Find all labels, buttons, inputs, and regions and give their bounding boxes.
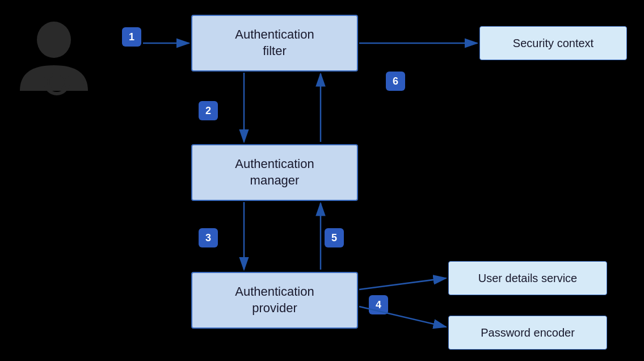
step5-badge: 5 — [325, 228, 344, 247]
svg-point-2 — [49, 75, 64, 90]
step2-badge: 2 — [199, 101, 218, 120]
user-details-service-label: User details service — [478, 272, 578, 285]
diagram-container: Authentication filter Authentication man… — [0, 0, 644, 361]
password-encoder-box: Password encoder — [448, 316, 607, 350]
user-icon — [11, 11, 102, 102]
auth-manager-label: Authentication manager — [235, 156, 314, 188]
security-context-label: Security context — [513, 37, 594, 50]
auth-manager-box: Authentication manager — [191, 144, 358, 201]
auth-provider-box: Authentication provider — [191, 272, 358, 329]
step3-badge: 3 — [199, 228, 218, 247]
security-context-box: Security context — [479, 26, 627, 60]
svg-rect-3 — [64, 79, 84, 85]
auth-provider-label: Authentication provider — [235, 284, 314, 316]
svg-rect-4 — [78, 85, 83, 90]
step6-badge: 6 — [386, 72, 405, 91]
svg-rect-5 — [70, 85, 75, 89]
step4-badge: 4 — [369, 295, 388, 314]
auth-filter-box: Authentication filter — [191, 15, 358, 72]
step1-badge: 1 — [122, 27, 141, 47]
svg-line-15 — [359, 278, 446, 289]
password-encoder-label: Password encoder — [481, 326, 575, 339]
user-details-service-box: User details service — [448, 261, 607, 295]
svg-point-0 — [37, 22, 71, 58]
auth-filter-label: Authentication filter — [235, 27, 314, 59]
